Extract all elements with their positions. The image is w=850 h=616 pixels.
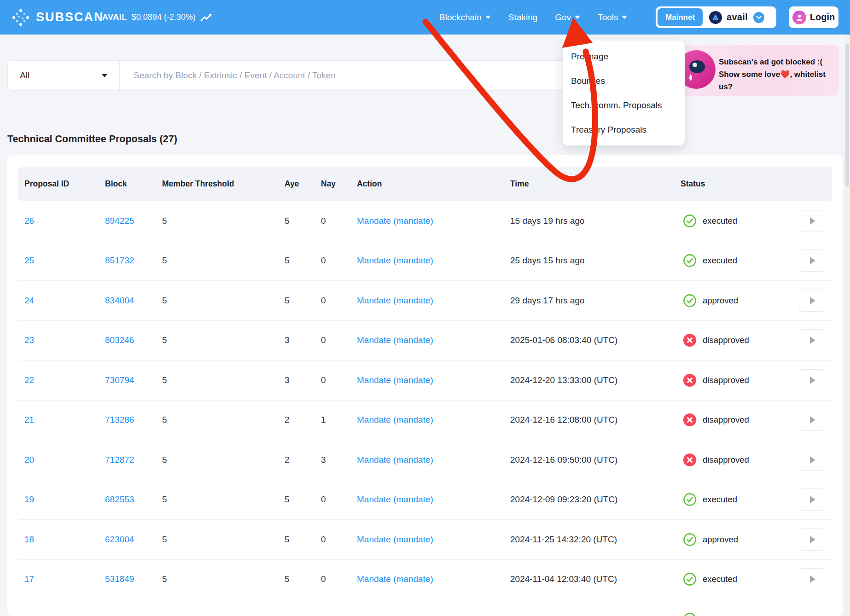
proposal-id-link[interactable]: 22: [24, 375, 105, 385]
block-link[interactable]: 803246: [105, 335, 162, 345]
block-link[interactable]: 682553: [105, 494, 162, 505]
action-link[interactable]: Mandate (mandate): [357, 296, 510, 306]
block-link[interactable]: 851732: [105, 256, 162, 266]
status-badge: disapproved: [676, 453, 782, 467]
check-circle-icon: [683, 254, 697, 267]
expand-row-button[interactable]: [799, 488, 825, 511]
col-header-status: Status: [676, 179, 782, 189]
action-link[interactable]: Mandate (mandate): [357, 375, 510, 385]
play-triangle-icon: [810, 257, 815, 264]
network-mainnet-button[interactable]: Mainnet: [658, 8, 703, 26]
network-switcher[interactable]: Mainnet avail: [656, 6, 776, 28]
table-body: 26 894225 5 5 0 Mandate (mandate) 15 day…: [18, 201, 832, 616]
network-chevron-down-icon[interactable]: [753, 12, 764, 23]
scrollbar-thumb[interactable]: [845, 44, 849, 186]
block-link[interactable]: 531849: [105, 574, 162, 584]
member-threshold-value: 5: [162, 296, 285, 306]
action-link[interactable]: Mandate (mandate): [357, 614, 510, 616]
action-link[interactable]: Mandate (mandate): [357, 574, 510, 584]
search-filter-select[interactable]: All: [8, 61, 119, 90]
proposal-id-link[interactable]: 21: [24, 415, 105, 425]
action-link[interactable]: Mandate (mandate): [357, 535, 510, 545]
expand-row-button[interactable]: [799, 568, 825, 590]
action-link[interactable]: Mandate (mandate): [357, 216, 510, 226]
time-value: 2024-12-16 09:50:00 (UTC): [510, 455, 676, 465]
nay-value: 0: [321, 574, 357, 584]
status-label: executed: [703, 574, 737, 584]
login-label: Login: [810, 12, 835, 23]
table-row: 26 894225 5 5 0 Mandate (mandate) 15 day…: [18, 201, 832, 241]
price-chart-icon[interactable]: [200, 12, 212, 23]
table-header-row: Proposal ID Block Member Threshold Aye N…: [18, 167, 832, 201]
table-row: 17 531849 5 5 0 Mandate (mandate) 2024-1…: [18, 560, 832, 600]
proposal-id-link[interactable]: 26: [24, 216, 105, 226]
nay-value: 0: [321, 535, 357, 545]
table-row: 20 712872 5 2 3 Mandate (mandate) 2024-1…: [18, 440, 832, 480]
action-link[interactable]: Mandate (mandate): [357, 494, 510, 505]
search-filter-value: All: [20, 70, 29, 81]
scrollbar[interactable]: [844, 35, 850, 616]
nay-value: 0: [321, 494, 357, 505]
block-link[interactable]: 713286: [105, 415, 162, 425]
play-triangle-icon: [810, 377, 815, 384]
brand[interactable]: SUBSCAN: [11, 0, 104, 35]
expand-row-button[interactable]: [799, 329, 825, 351]
status-label: disapproved: [703, 375, 749, 385]
table-row: 24 834004 5 5 0 Mandate (mandate) 29 day…: [18, 281, 832, 321]
play-triangle-icon: [810, 416, 815, 424]
login-button[interactable]: Login: [789, 6, 838, 28]
menu-item-bounties[interactable]: Bounties: [563, 69, 685, 93]
menu-item-tech-comm-proposals[interactable]: Tech. comm. Proposals: [563, 93, 685, 117]
col-header-nay: Nay: [321, 179, 357, 189]
nay-value: 0: [321, 296, 357, 306]
menu-item-preimage[interactable]: Preimage: [563, 44, 685, 69]
proposal-id-link[interactable]: 18: [24, 535, 105, 545]
check-circle-icon: [683, 612, 697, 616]
top-header: SUBSCAN AVAIL $0.0894 (-2.30%) Blockchai…: [0, 0, 850, 35]
table-row: 25 851732 5 5 0 Mandate (mandate) 25 day…: [18, 241, 832, 281]
nay-value: 1: [321, 415, 357, 425]
block-link[interactable]: 894225: [105, 216, 162, 226]
play-triangle-icon: [810, 456, 815, 464]
action-link[interactable]: Mandate (mandate): [357, 455, 510, 465]
expand-row-button[interactable]: [799, 290, 825, 312]
expand-row-button[interactable]: [799, 369, 825, 391]
menu-item-treasury-proposals[interactable]: Treasury Proposals: [563, 117, 685, 142]
proposal-id-link[interactable]: 24: [24, 296, 105, 306]
ad-line-2[interactable]: Show some love❤️, whitelist us?: [719, 68, 839, 93]
avail-logo-icon: [709, 11, 722, 24]
proposal-id-link[interactable]: 17: [24, 574, 105, 584]
action-link[interactable]: Mandate (mandate): [357, 256, 510, 266]
member-threshold-value: 5: [162, 494, 285, 505]
nav-item-gov[interactable]: Gov: [555, 12, 580, 23]
expand-row-button[interactable]: [799, 449, 825, 471]
expand-row-button[interactable]: [799, 529, 825, 551]
action-link[interactable]: Mandate (mandate): [357, 415, 510, 425]
member-threshold-value: 5: [162, 335, 285, 345]
ad-line-1: Subscan's ad got blocked :(: [719, 56, 839, 68]
nav-item-tools[interactable]: Tools: [598, 12, 627, 23]
block-link[interactable]: 712872: [105, 455, 162, 465]
expand-row-button[interactable]: [799, 409, 825, 431]
block-link[interactable]: 730794: [105, 375, 162, 385]
status-badge: approved: [676, 533, 782, 546]
expand-row-button[interactable]: [799, 250, 825, 272]
time-value: 15 days 19 hrs ago: [510, 216, 676, 226]
play-triangle-icon: [810, 496, 815, 503]
proposal-id-link[interactable]: 25: [24, 256, 105, 266]
chevron-down-icon: [485, 16, 491, 19]
aye-value: 5: [285, 535, 321, 545]
proposal-id-link[interactable]: 23: [24, 335, 105, 345]
proposal-id-link[interactable]: 19: [24, 494, 105, 505]
col-header-proposal-id: Proposal ID: [24, 179, 105, 189]
block-link[interactable]: 623004: [105, 535, 162, 545]
table-row: 19 682553 5 5 0 Mandate (mandate) 2024-1…: [18, 480, 832, 520]
status-badge: executed: [676, 493, 782, 506]
block-link[interactable]: 834004: [105, 296, 162, 306]
action-link[interactable]: Mandate (mandate): [357, 335, 510, 345]
expand-row-button[interactable]: [799, 210, 825, 232]
proposal-id-link[interactable]: 20: [24, 455, 105, 465]
nav-item-staking[interactable]: Staking: [508, 12, 537, 23]
status-badge: disapproved: [676, 413, 782, 427]
nav-item-blockchain[interactable]: Blockchain: [439, 12, 491, 23]
